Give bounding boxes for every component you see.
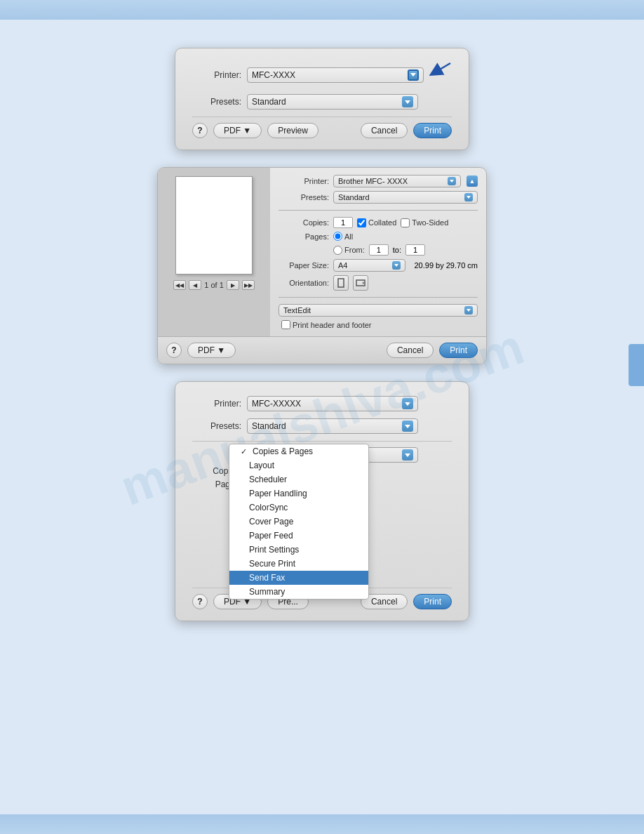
- pages-from-input[interactable]: [369, 244, 389, 256]
- print-header-text: Print header and footer: [293, 321, 372, 329]
- copies-row-2: Copies: Collated Two-Sided: [279, 217, 478, 228]
- chevron-down-icon: [467, 196, 471, 199]
- presets-label-3: Presets:: [192, 421, 241, 431]
- collated-label: Collated: [368, 218, 396, 227]
- two-sided-checkbox[interactable]: [401, 218, 410, 227]
- print-header-label: Print header and footer: [281, 320, 372, 329]
- presets-dropdown-arrow-2[interactable]: [464, 193, 473, 201]
- menu-item-paper-feed[interactable]: Paper Feed: [229, 529, 368, 543]
- prev-page-button[interactable]: ◀: [189, 280, 201, 290]
- preview-button-1[interactable]: Preview: [267, 123, 318, 138]
- chevron-down-icon: [467, 309, 471, 312]
- help-button-2[interactable]: ?: [166, 343, 182, 358]
- chevron-down-icon: [410, 73, 416, 77]
- pages-row-2: Pages: All: [279, 232, 478, 241]
- panel-dropdown-arrow[interactable]: [402, 449, 413, 461]
- paper-size-label: Paper Size:: [279, 261, 329, 270]
- presets-select-2[interactable]: Standard: [333, 191, 478, 204]
- printer-select-1[interactable]: MFC-XXXX: [247, 67, 424, 83]
- dropdown-menu: Copies & Pages Layout Scheduler Paper Ha…: [229, 444, 369, 600]
- expand-icon: ▲: [469, 178, 476, 185]
- two-sided-label: Two-Sided: [412, 218, 448, 227]
- pages-label-2: Pages:: [279, 232, 329, 241]
- dialog-2-footer: ? PDF ▼ Cancel Print: [158, 336, 486, 364]
- menu-item-colorsync[interactable]: ColorSync: [229, 501, 368, 515]
- menu-item-print-settings[interactable]: Print Settings: [229, 543, 368, 557]
- presets-label-2: Presets:: [279, 193, 329, 201]
- bottom-bar: [0, 814, 644, 834]
- pages-all-text: All: [344, 232, 353, 241]
- collated-checkbox-label: Collated: [357, 218, 396, 227]
- help-button-3[interactable]: ?: [192, 594, 208, 609]
- presets-select-3[interactable]: Standard: [247, 418, 418, 434]
- orientation-row: Orientation:: [279, 275, 478, 291]
- copies-input-2[interactable]: [333, 217, 353, 228]
- chevron-down-icon: [450, 180, 454, 183]
- page-nav-text: 1 of 1: [204, 281, 224, 289]
- printer-value-1: MFC-XXXX: [252, 70, 405, 80]
- textedit-select[interactable]: TextEdit: [279, 304, 478, 317]
- paper-size-dims: 20.99 by 29.70 cm: [414, 261, 478, 270]
- presets-row-3: Presets: Standard: [192, 418, 452, 434]
- paper-size-arrow[interactable]: [392, 261, 401, 270]
- presets-dropdown-arrow-3[interactable]: [402, 421, 413, 432]
- menu-item-scheduler[interactable]: Scheduler: [229, 472, 368, 486]
- pdf-button-1[interactable]: PDF ▼: [213, 123, 262, 138]
- print-button-3[interactable]: Print: [413, 594, 452, 609]
- paper-size-select[interactable]: A4: [333, 259, 405, 272]
- presets-row-1: Presets: Standard: [192, 94, 452, 110]
- collated-checkbox[interactable]: [357, 218, 366, 227]
- divider-1: [279, 210, 478, 211]
- pages-to-input[interactable]: [405, 244, 425, 256]
- cancel-button-2[interactable]: Cancel: [387, 343, 434, 358]
- textedit-value: TextEdit: [283, 306, 462, 315]
- portrait-button[interactable]: [333, 275, 349, 291]
- printer-value-2: Brother MFC- XXXX: [338, 177, 445, 185]
- printer-select-3[interactable]: MFC-XXXXX: [247, 396, 418, 411]
- printer-row-2: Printer: Brother MFC- XXXX ▲: [279, 175, 478, 187]
- last-page-button[interactable]: ▶▶: [242, 280, 255, 290]
- landscape-icon: [356, 279, 365, 287]
- menu-item-paper-handling[interactable]: Paper Handling: [229, 486, 368, 501]
- printer-label-2: Printer:: [279, 177, 329, 185]
- printer-label-1: Printer:: [192, 70, 241, 80]
- chevron-down-icon: [405, 425, 410, 428]
- presets-label-1: Presets:: [192, 97, 241, 107]
- svg-rect-0: [338, 279, 344, 287]
- menu-item-copies-pages[interactable]: Copies & Pages: [229, 444, 368, 458]
- presets-dropdown-arrow-1[interactable]: [402, 96, 413, 107]
- printer-value-3: MFC-XXXXX: [252, 399, 399, 409]
- printer-dropdown-arrow-2[interactable]: [448, 177, 456, 185]
- menu-item-cover-page[interactable]: Cover Page: [229, 515, 368, 529]
- print-header-checkbox[interactable]: [281, 320, 290, 329]
- presets-row-2: Presets: Standard: [279, 191, 478, 204]
- next-page-button[interactable]: ▶: [227, 280, 239, 290]
- textedit-arrow[interactable]: [464, 306, 473, 315]
- chevron-down-icon: [405, 100, 410, 104]
- expand-button-2[interactable]: ▲: [467, 176, 478, 187]
- svg-marker-2: [363, 282, 364, 284]
- pages-from-radio[interactable]: [333, 246, 342, 255]
- print-button-2[interactable]: Print: [439, 343, 478, 358]
- pdf-button-2[interactable]: PDF ▼: [187, 343, 236, 358]
- top-bar: [0, 0, 644, 20]
- chevron-down-icon: [405, 454, 410, 457]
- printer-dropdown-arrow-1[interactable]: [408, 70, 419, 81]
- landscape-button[interactable]: [353, 275, 368, 291]
- menu-item-secure-print[interactable]: Secure Print: [229, 557, 368, 571]
- menu-item-layout[interactable]: Layout: [229, 458, 368, 472]
- menu-item-send-fax[interactable]: Send Fax: [229, 571, 368, 585]
- dialog-3: Printer: MFC-XXXXX Presets: Standard: [175, 381, 469, 621]
- printer-select-2[interactable]: Brother MFC- XXXX: [333, 175, 461, 187]
- first-page-button[interactable]: ◀◀: [173, 280, 186, 290]
- printer-row-1: Printer: MFC-XXXX: [192, 62, 452, 87]
- presets-value-3: Standard: [252, 421, 399, 431]
- pages-all-radio[interactable]: [333, 232, 342, 241]
- menu-item-summary[interactable]: Summary: [229, 585, 368, 599]
- print-button-1[interactable]: Print: [413, 123, 452, 138]
- help-button-1[interactable]: ?: [192, 123, 208, 138]
- printer-dropdown-arrow-3[interactable]: [402, 398, 413, 409]
- cancel-button-1[interactable]: Cancel: [361, 123, 408, 138]
- pages-from-row-2: From: to:: [279, 244, 478, 256]
- presets-select-1[interactable]: Standard: [247, 94, 418, 110]
